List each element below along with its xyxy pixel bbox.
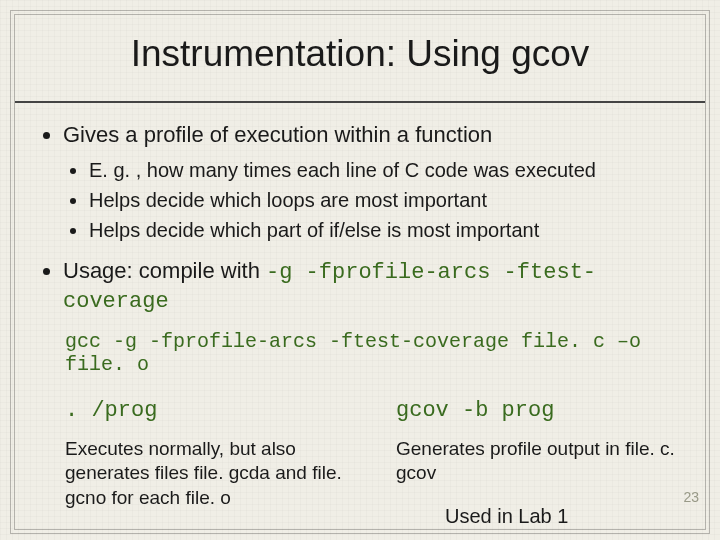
- bullet-sub-1: E. g. , how many times each line of C co…: [89, 157, 677, 183]
- left-column: . /prog Executes normally, but also gene…: [65, 398, 346, 511]
- page-title: Instrumentation: Using gcov: [43, 33, 677, 75]
- compile-command: gcc -g -fprofile-arcs -ftest-coverage fi…: [65, 330, 677, 376]
- title-divider: [15, 101, 705, 103]
- bullet-sub-2: Helps decide which loops are most import…: [89, 187, 677, 213]
- lab-note: Used in Lab 1: [445, 505, 568, 527]
- bullet-main-2: Usage: compile with -g -fprofile-arcs -f…: [63, 257, 677, 316]
- left-column-text: Executes normally, but also generates fi…: [65, 437, 346, 511]
- slide-inner-border: Instrumentation: Using gcov Gives a prof…: [14, 14, 706, 530]
- page-number: 23: [683, 489, 699, 505]
- bullet-main-2-prefix: Usage: compile with: [63, 258, 266, 283]
- slide-outer-border: Instrumentation: Using gcov Gives a prof…: [10, 10, 710, 534]
- right-column-heading: gcov -b prog: [396, 398, 677, 423]
- bullet-main-1-text: Gives a profile of execution within a fu…: [63, 122, 492, 147]
- bullet-main-1: Gives a profile of execution within a fu…: [63, 121, 677, 243]
- right-column-text: Generates profile output in file. c. gco…: [396, 437, 677, 486]
- right-column: gcov -b prog Generates profile output in…: [396, 398, 677, 511]
- left-column-heading: . /prog: [65, 398, 346, 423]
- bullet-sub-3: Helps decide which part of if/else is mo…: [89, 217, 677, 243]
- bullet-sub-list-1: E. g. , how many times each line of C co…: [63, 157, 677, 243]
- two-column-section: . /prog Executes normally, but also gene…: [65, 398, 677, 511]
- bullet-list: Gives a profile of execution within a fu…: [43, 121, 677, 316]
